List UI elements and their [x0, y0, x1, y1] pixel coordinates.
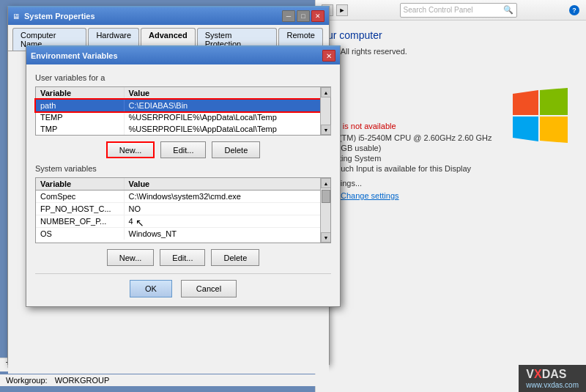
workgroup-label: Workgroup:	[6, 376, 48, 385]
ok-btn[interactable]: OK	[130, 280, 172, 297]
user-vars-label: User variables for a	[35, 73, 331, 82]
maximize-btn[interactable]: □	[297, 10, 310, 22]
user-edit-btn[interactable]: Edit...	[160, 141, 206, 158]
path-val: C:\EDIABAS\Bin	[124, 100, 320, 112]
sys-val-header: Value	[124, 178, 320, 191]
vxdas-website: www.vxdas.com	[526, 381, 579, 389]
temp-val: %USERPROFILE%\AppData\Local\Temp	[124, 111, 320, 123]
comspec-var: ComSpec	[36, 191, 124, 203]
table-row[interactable]: FP_NO_HOST_C... NO	[36, 203, 320, 215]
cp-section-title: ur computer	[327, 29, 574, 41]
os-info: erating System	[327, 154, 574, 163]
temp-var: TEMP	[36, 111, 124, 123]
user-table-scrollbar[interactable]: ▲ ▼	[320, 87, 330, 135]
numproc-val: 4	[124, 215, 320, 228]
scroll-track	[321, 97, 330, 125]
sys-edit-btn[interactable]: Edit...	[160, 249, 205, 266]
env-dialog-close[interactable]: ✕	[322, 50, 335, 62]
sys-vars-table: Variable Value ComSpec C:\Windows\system…	[36, 178, 320, 240]
vxdas-brand: VXDAS	[526, 368, 579, 381]
table-row[interactable]: TEMP %USERPROFILE%\AppData\Local\Temp	[36, 111, 320, 123]
cp-header: ◄ ► Search Control Panel 🔍 ?	[316, 0, 586, 21]
minimize-btn[interactable]: ─	[282, 10, 295, 22]
table-row[interactable]: TMP %USERPROFILE%\AppData\Local\Temp	[36, 123, 320, 135]
sys-vars-buttons: New... Edit... Delete	[35, 249, 331, 266]
sys-props-icon: 🖥	[12, 12, 20, 21]
sys-table-scrollbar[interactable]: ▲ ▼	[320, 178, 330, 243]
table-row[interactable]: OS Windows_NT	[36, 228, 320, 240]
numproc-var: NUMBER_OF_P...	[36, 215, 124, 228]
search-icon: 🔍	[503, 5, 513, 15]
fpnohost-var: FP_NO_HOST_C...	[36, 203, 124, 215]
touch-info: r Touch Input is available for this Disp…	[327, 164, 574, 173]
control-panel-bg: ◄ ► Search Control Panel 🔍 ? ur computer…	[315, 0, 586, 392]
table-row[interactable]: path C:\EDIABAS\Bin	[36, 100, 320, 112]
cancel-btn[interactable]: Cancel	[181, 280, 237, 297]
table-row[interactable]: ComSpec C:\Windows\system32\cmd.exe	[36, 191, 320, 203]
settings-text: settings...	[327, 179, 574, 188]
help-icon[interactable]: ?	[568, 4, 580, 16]
sys-var-header: Variable	[36, 178, 124, 191]
user-var-header: Variable	[36, 87, 124, 100]
fpnohost-val: NO	[124, 203, 320, 215]
sys-scroll-thumb	[322, 190, 330, 203]
close-btn[interactable]: ✕	[311, 10, 324, 22]
user-vars-buttons: New... Edit... Delete	[35, 141, 331, 158]
sys-vars-table-container: Variable Value ComSpec C:\Windows\system…	[35, 177, 331, 243]
search-box[interactable]: Search Control Panel 🔍	[400, 3, 517, 18]
sys-scroll-track	[321, 188, 330, 232]
sys-new-btn[interactable]: New...	[107, 249, 155, 266]
cp-content: ur computer on. All rights reserved. tin…	[316, 21, 586, 210]
user-vars-table-container: Variable Value path C:\EDIABAS\Bin TEMP …	[35, 86, 331, 136]
sys-props-title: System Properties	[24, 12, 95, 21]
sys-props-titlebar: 🖥 System Properties ─ □ ✕	[8, 7, 329, 25]
sys-scroll-down[interactable]: ▼	[321, 232, 331, 243]
scroll-up-arrow[interactable]: ▲	[321, 87, 331, 97]
user-delete-btn[interactable]: Delete	[212, 141, 260, 158]
user-new-btn[interactable]: New...	[106, 141, 155, 158]
path-var: path	[36, 100, 124, 112]
env-dialog-body: User variables for a Variable Value path…	[26, 64, 340, 306]
sys-delete-btn[interactable]: Delete	[211, 249, 259, 266]
env-dialog-title: Environment Variables	[31, 51, 118, 60]
user-vars-table: Variable Value path C:\EDIABAS\Bin TEMP …	[36, 87, 320, 135]
table-row[interactable]: NUMBER_OF_P... 4	[36, 215, 320, 228]
scroll-down-arrow[interactable]: ▼	[321, 125, 331, 135]
cp-copyright: on. All rights reserved.	[327, 47, 574, 56]
tmp-val: %USERPROFILE%\AppData\Local\Temp	[124, 123, 320, 135]
os-val: Windows_NT	[124, 228, 320, 240]
comspec-val: C:\Windows\system32\cmd.exe	[124, 191, 320, 203]
search-placeholder: Search Control Panel	[404, 6, 503, 14]
workgroup-value: WORKGROUP	[55, 376, 110, 385]
user-val-header: Value	[124, 87, 320, 100]
sys-vars-label: System variables	[35, 164, 331, 173]
env-variables-dialog: Environment Variables ✕ User variables f…	[26, 45, 341, 307]
sys-scroll-up[interactable]: ▲	[321, 178, 331, 188]
dialog-bottom-buttons: OK Cancel	[35, 273, 331, 297]
os-var: OS	[36, 228, 124, 240]
change-settings-link[interactable]: Change settings	[327, 191, 574, 201]
ram-info: .17 GB usable)	[327, 144, 574, 152]
env-dialog-titlebar: Environment Variables ✕	[26, 47, 340, 64]
titlebar-controls: ─ □ ✕	[282, 10, 324, 22]
vxdas-watermark: VXDAS www.vxdas.com	[519, 365, 586, 392]
forward-btn[interactable]: ►	[336, 4, 348, 16]
tmp-var: TMP	[36, 123, 124, 135]
windows-logo	[513, 88, 568, 144]
workgroup-bar: Workgroup: WORKGROUP	[0, 374, 330, 386]
